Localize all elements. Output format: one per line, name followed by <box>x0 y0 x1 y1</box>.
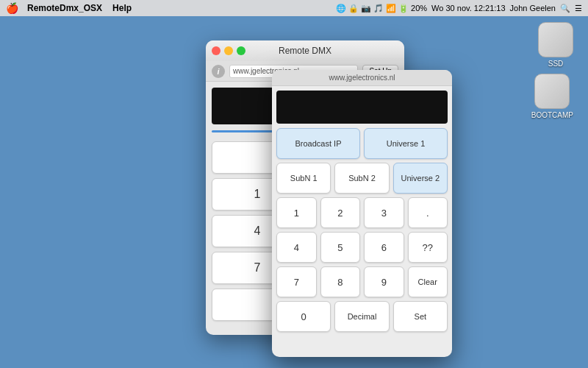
key-2[interactable]: 2 <box>320 197 361 228</box>
key-qq[interactable]: ?? <box>408 232 448 263</box>
back-window-title: Remote DMX <box>279 46 331 56</box>
bootcamp-icon <box>534 74 570 109</box>
key-decimal[interactable]: Decimal <box>334 301 389 332</box>
user-name: John Geelen <box>510 4 556 13</box>
maximize-button[interactable] <box>237 46 245 55</box>
universe2-button[interactable]: Universe 2 <box>393 163 448 194</box>
ssd-icon <box>538 22 573 57</box>
back-window-titlebar: Remote DMX <box>206 40 404 61</box>
universe1-button[interactable]: Universe 1 <box>364 128 448 159</box>
front-window: www.jgelectronics.nl Broadcast IP Univer… <box>272 70 452 357</box>
apple-menu[interactable]: 🍎 <box>6 2 18 14</box>
subn2-button[interactable]: SubN 2 <box>334 163 389 194</box>
key-set[interactable]: Set <box>393 301 448 332</box>
bootcamp-label: BOOTCAMP <box>531 111 573 119</box>
menubar: 🍎 RemoteDmx_OSX Help 🌐 🔒 📷 🎵 📶 🔋 20% Wo … <box>0 0 588 16</box>
keypad-row-3: 7 8 9 Clear <box>276 266 448 297</box>
keypad-row-1: 1 2 3 . <box>276 197 448 228</box>
close-button[interactable] <box>212 46 220 55</box>
key-6[interactable]: 6 <box>364 232 404 263</box>
subn1-button[interactable]: SubN 1 <box>276 163 331 194</box>
key-5[interactable]: 5 <box>320 232 361 263</box>
desktop-icon-bootcamp[interactable]: BOOTCAMP <box>531 74 573 119</box>
datetime: Wo 30 nov. 12:21:13 <box>431 4 506 13</box>
key-0[interactable]: 0 <box>276 301 331 332</box>
key-4[interactable]: 4 <box>276 232 317 263</box>
key-9[interactable]: 9 <box>364 266 404 297</box>
app-name[interactable]: RemoteDmx_OSX <box>27 3 102 13</box>
key-3[interactable]: 3 <box>364 197 404 228</box>
traffic-lights[interactable] <box>212 46 245 55</box>
keypad-row-header1: Broadcast IP Universe 1 <box>276 128 448 159</box>
minimize-button[interactable] <box>224 46 233 55</box>
key-clear[interactable]: Clear <box>408 266 448 297</box>
front-display <box>276 91 448 124</box>
desktop-icon-ssd[interactable]: SSD <box>538 22 573 68</box>
key-dot[interactable]: . <box>408 197 448 228</box>
search-icon[interactable]: 🔍 <box>560 4 570 13</box>
keypad-row-header2: SubN 1 SubN 2 Universe 2 <box>276 163 448 194</box>
menu-help[interactable]: Help <box>112 3 132 13</box>
ssd-label: SSD <box>548 60 564 68</box>
info-button[interactable]: i <box>212 65 225 78</box>
system-icons: 🌐 🔒 📷 🎵 📶 🔋 20% <box>336 4 427 13</box>
list-icon[interactable]: ☰ <box>575 4 582 13</box>
front-keypad: Broadcast IP Universe 1 SubN 1 SubN 2 Un… <box>272 128 452 340</box>
key-7[interactable]: 7 <box>276 266 317 297</box>
broadcast-ip-button[interactable]: Broadcast IP <box>276 128 360 159</box>
front-url-bar: www.jgelectronics.nl <box>272 70 452 86</box>
keypad-row-4: 0 Decimal Set <box>276 301 448 332</box>
keypad-row-2: 4 5 6 ?? <box>276 232 448 263</box>
key-1[interactable]: 1 <box>276 197 317 228</box>
key-8[interactable]: 8 <box>320 266 361 297</box>
